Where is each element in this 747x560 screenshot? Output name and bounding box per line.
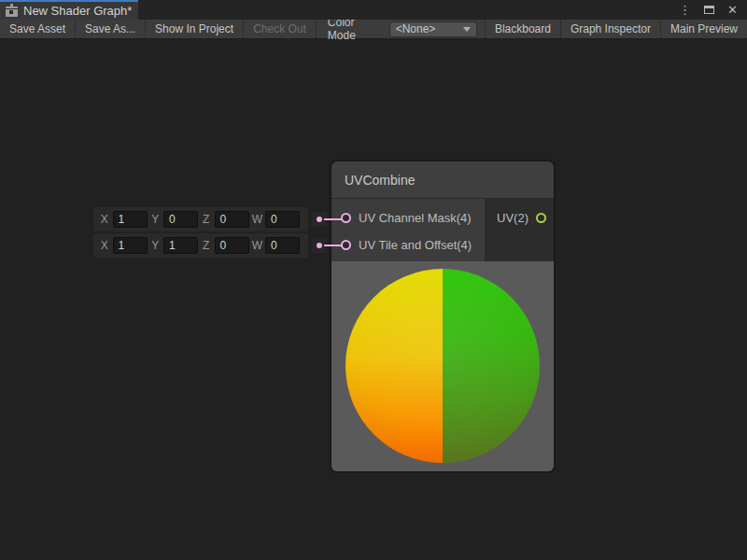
window-controls: ⋮ ✕ bbox=[679, 0, 747, 20]
preview-sphere-shading bbox=[345, 269, 540, 463]
color-mode-value: <None> bbox=[396, 22, 436, 35]
tab-new-shader-graph[interactable]: New Shader Graph* bbox=[0, 0, 138, 20]
check-out-button: Check Out bbox=[244, 20, 317, 38]
output-port-icon[interactable] bbox=[536, 213, 546, 223]
uvcombine-node[interactable]: UVCombine UV Channel Mask(4) UV Tile and… bbox=[331, 161, 554, 471]
output-port-uv[interactable]: UV(2) bbox=[497, 208, 546, 227]
vector2-x-field[interactable]: 1 bbox=[113, 237, 148, 254]
node-inputs: UV Channel Mask(4) UV Tile and Offset(4) bbox=[331, 199, 485, 261]
graph-canvas[interactable]: X 1 Y 0 Z 0 W 0 X 1 Y 1 Z 0 W 0 UVCombin… bbox=[0, 39, 747, 560]
port-dot-icon bbox=[317, 217, 322, 222]
node-title: UVCombine bbox=[345, 173, 415, 188]
z-label: Z bbox=[201, 239, 212, 252]
vector2-w-field[interactable]: 0 bbox=[265, 237, 300, 254]
node-port-area: UV Channel Mask(4) UV Tile and Offset(4)… bbox=[331, 199, 554, 261]
x-label: X bbox=[99, 213, 110, 226]
w-label: W bbox=[252, 213, 263, 226]
input-port-icon[interactable] bbox=[341, 213, 351, 223]
edge-wire-1[interactable] bbox=[324, 218, 343, 220]
vector1-z-field[interactable]: 0 bbox=[215, 211, 249, 228]
vector4-input-row-2: X 1 Y 1 Z 0 W 0 bbox=[93, 233, 308, 258]
vector4-input-row-1: X 1 Y 0 Z 0 W 0 bbox=[93, 207, 308, 231]
input-port-uv-channel-mask[interactable]: UV Channel Mask(4) bbox=[341, 208, 485, 227]
color-mode-label: Color Mode bbox=[317, 20, 389, 38]
tab-title: New Shader Graph* bbox=[23, 4, 132, 18]
menu-icon[interactable]: ⋮ bbox=[679, 4, 691, 16]
node-preview-area bbox=[331, 261, 554, 471]
z-label: Z bbox=[201, 213, 212, 226]
vector1-w-field[interactable]: 0 bbox=[265, 211, 300, 228]
vector1-x-field[interactable]: 1 bbox=[113, 211, 148, 228]
vector2-z-field[interactable]: 0 bbox=[215, 237, 249, 254]
edge-wire-2[interactable] bbox=[324, 245, 343, 246]
node-title-bar[interactable]: UVCombine bbox=[331, 161, 554, 199]
output-port-label: UV(2) bbox=[497, 211, 529, 225]
y-label: Y bbox=[150, 213, 162, 226]
save-asset-button[interactable]: Save Asset bbox=[0, 20, 76, 38]
show-in-project-button[interactable]: Show In Project bbox=[146, 20, 244, 38]
input-port-label: UV Channel Mask(4) bbox=[359, 211, 472, 225]
y-label: Y bbox=[150, 239, 162, 252]
maximize-icon[interactable] bbox=[704, 6, 714, 14]
vector1-y-field[interactable]: 0 bbox=[163, 211, 198, 228]
vector2-y-field[interactable]: 1 bbox=[163, 237, 198, 254]
save-as-button[interactable]: Save As... bbox=[76, 20, 146, 38]
chevron-down-icon bbox=[463, 27, 471, 32]
shader-graph-icon bbox=[6, 7, 18, 17]
shader-graph-toolbar: Save Asset Save As... Show In Project Ch… bbox=[0, 20, 747, 39]
port-dot-icon bbox=[317, 243, 322, 248]
x-label: X bbox=[99, 239, 110, 252]
blackboard-button[interactable]: Blackboard bbox=[485, 20, 560, 38]
color-mode-dropdown[interactable]: <None> bbox=[389, 21, 477, 37]
input-port-label: UV Tile and Offset(4) bbox=[359, 238, 472, 252]
w-label: W bbox=[252, 239, 263, 252]
main-preview-button[interactable]: Main Preview bbox=[660, 20, 747, 38]
input-port-uv-tile-offset[interactable]: UV Tile and Offset(4) bbox=[341, 235, 485, 254]
graph-inspector-button[interactable]: Graph Inspector bbox=[560, 20, 660, 38]
preview-sphere bbox=[345, 269, 540, 463]
close-icon[interactable]: ✕ bbox=[727, 4, 738, 16]
node-outputs: UV(2) bbox=[485, 199, 554, 261]
window-tab-bar: New Shader Graph* ⋮ ✕ bbox=[0, 0, 747, 20]
